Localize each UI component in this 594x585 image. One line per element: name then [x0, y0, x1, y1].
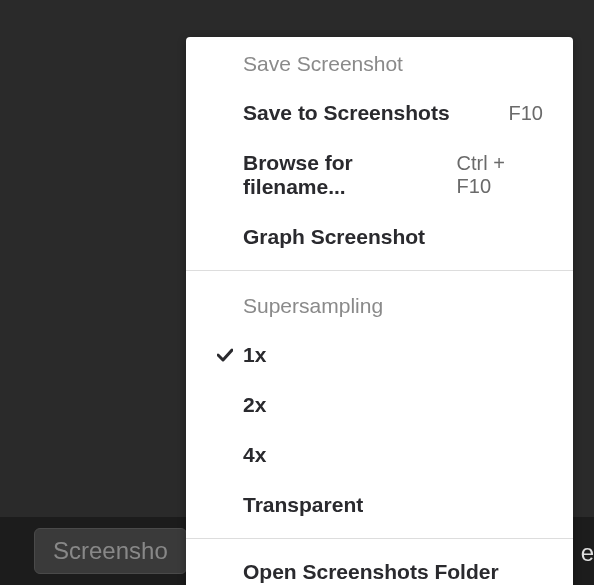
screenshot-button-label: Screensho: [53, 537, 168, 565]
menu-divider: [186, 538, 573, 539]
menu-item-label: 1x: [243, 343, 266, 367]
check-icon: [206, 348, 243, 362]
menu-item-label: 2x: [243, 393, 266, 417]
menu-item-4x[interactable]: 4x: [186, 430, 573, 480]
menu-divider: [186, 270, 573, 271]
menu-item-label: Graph Screenshot: [243, 225, 425, 249]
menu-item-open-folder[interactable]: Open Screenshots Folder: [186, 547, 573, 585]
menu-header-supersampling: Supersampling: [186, 279, 573, 330]
menu-item-label: Save to Screenshots: [243, 101, 450, 125]
menu-item-shortcut: Ctrl + F10: [457, 152, 543, 198]
menu-item-label: Transparent: [243, 493, 363, 517]
menu-item-label: Open Screenshots Folder: [243, 560, 499, 584]
menu-item-transparent[interactable]: Transparent: [186, 480, 573, 530]
menu-header-save: Save Screenshot: [186, 37, 573, 88]
menu-item-save-to-screenshots[interactable]: Save to Screenshots F10: [186, 88, 573, 138]
menu-item-label: 4x: [243, 443, 266, 467]
menu-item-browse-filename[interactable]: Browse for filename... Ctrl + F10: [186, 138, 573, 212]
screenshot-button[interactable]: Screensho: [34, 528, 187, 574]
partial-text: e: [581, 539, 594, 567]
menu-item-1x[interactable]: 1x: [186, 330, 573, 380]
menu-item-label: Browse for filename...: [243, 151, 457, 199]
screenshot-context-menu: Save Screenshot Save to Screenshots F10 …: [186, 37, 573, 585]
menu-item-shortcut: F10: [509, 102, 543, 125]
menu-item-graph-screenshot[interactable]: Graph Screenshot: [186, 212, 573, 262]
menu-item-2x[interactable]: 2x: [186, 380, 573, 430]
